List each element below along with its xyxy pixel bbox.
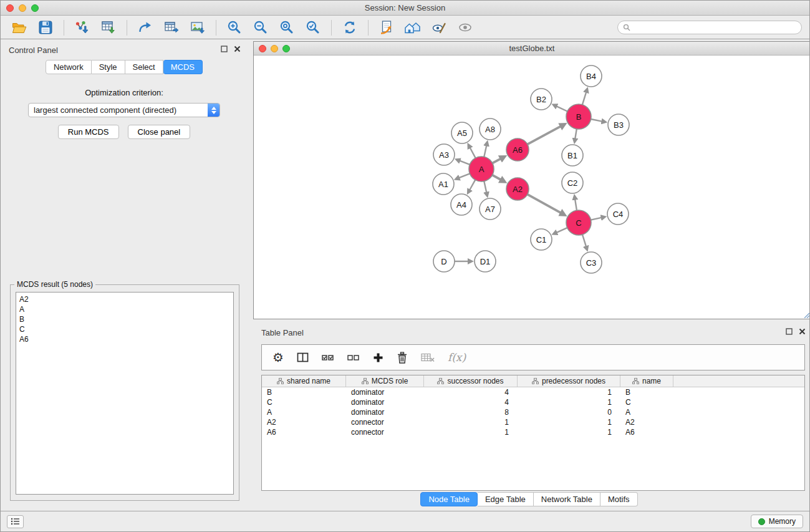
export-table-button[interactable] <box>160 18 183 37</box>
graph-edge-A-A8[interactable] <box>484 145 486 157</box>
column-header-shared-name[interactable]: shared name <box>262 375 346 387</box>
fullscreen-window-button[interactable] <box>31 4 39 12</box>
graph-node-C2[interactable] <box>562 172 583 193</box>
save-session-button[interactable] <box>34 18 57 37</box>
graph-node-A[interactable] <box>469 157 494 181</box>
graph-edge-C-C2[interactable] <box>575 200 577 211</box>
graph-node-C[interactable] <box>566 210 591 235</box>
graph-node-B3[interactable] <box>608 114 629 135</box>
minimize-window-button[interactable] <box>19 4 26 12</box>
table-row[interactable]: Cdominator41C <box>262 397 804 407</box>
home-views-button[interactable] <box>402 18 424 37</box>
search-input[interactable] <box>634 23 796 32</box>
graph-edge-A-A7[interactable] <box>484 181 486 193</box>
horizontal-splitter[interactable] <box>248 319 809 324</box>
show-all-columns-button[interactable] <box>322 348 334 367</box>
first-neighbors-button[interactable] <box>375 18 398 37</box>
apply-layout-button[interactable] <box>339 18 361 37</box>
graph-edge-C-C1[interactable] <box>557 228 567 233</box>
table-row[interactable]: A2connector11A2 <box>262 417 804 427</box>
graph-edge-B-B2[interactable] <box>557 106 567 111</box>
float-panel-icon[interactable] <box>786 328 793 335</box>
graph-edge-A-A4[interactable] <box>470 180 475 190</box>
create-column-button[interactable] <box>373 348 383 367</box>
tab-select[interactable]: Select <box>125 60 163 74</box>
table-row[interactable]: Adominator80A <box>262 407 804 417</box>
delete-column-button[interactable] <box>397 348 408 367</box>
graph-edge-C-C4[interactable] <box>591 218 602 220</box>
graph-edge-B-B4[interactable] <box>582 92 586 105</box>
tab-network[interactable]: Network <box>46 60 92 74</box>
export-network-button[interactable] <box>134 18 157 37</box>
mcds-result-item[interactable]: A2 <box>19 294 230 304</box>
graph-node-C1[interactable] <box>531 229 552 250</box>
show-hide-button[interactable] <box>454 18 476 37</box>
delete-table-button[interactable] <box>421 348 435 367</box>
graph-edge-C-C3[interactable] <box>582 235 586 246</box>
export-image-button[interactable] <box>186 18 209 37</box>
table-tab-network-table[interactable]: Network Table <box>534 492 600 506</box>
graph-edge-B-B1[interactable] <box>575 129 577 139</box>
network-maximize-button[interactable] <box>282 45 290 52</box>
task-history-button[interactable] <box>7 515 24 528</box>
graph-node-C3[interactable] <box>581 252 602 273</box>
hide-all-columns-button[interactable] <box>347 348 360 367</box>
close-panel-icon[interactable] <box>234 46 241 52</box>
table-row[interactable]: Bdominator41B <box>262 387 804 397</box>
graph-edge-A-A6[interactable] <box>493 159 501 163</box>
zoom-fit-button[interactable] <box>276 18 298 37</box>
column-header-successor-nodes[interactable]: successor nodes <box>424 375 518 387</box>
graph-node-A2[interactable] <box>506 178 529 200</box>
graph-edge-A6-B[interactable] <box>528 127 561 145</box>
table-tab-edge-table[interactable]: Edge Table <box>478 492 534 506</box>
criterion-dropdown[interactable]: largest connected component (directed) <box>28 103 220 117</box>
graph-edge-A-A2[interactable] <box>493 175 501 180</box>
graph-node-A5[interactable] <box>451 122 473 143</box>
close-panel-button[interactable]: Close panel <box>128 125 191 139</box>
mcds-result-item[interactable]: B <box>19 314 230 324</box>
network-close-button[interactable] <box>259 45 266 52</box>
tab-style[interactable]: Style <box>92 60 125 74</box>
table-tab-node-table[interactable]: Node Table <box>420 492 478 506</box>
graph-node-C4[interactable] <box>607 203 629 225</box>
graph-node-A8[interactable] <box>480 118 501 140</box>
close-panel-icon[interactable] <box>799 328 806 335</box>
import-table-button[interactable] <box>97 18 120 37</box>
zoom-selected-button[interactable] <box>302 18 324 37</box>
mcds-result-item[interactable]: A6 <box>19 334 230 344</box>
graph-node-A3[interactable] <box>433 144 455 165</box>
open-session-button[interactable] <box>8 18 31 37</box>
zoom-in-button[interactable] <box>223 18 246 37</box>
network-minimize-button[interactable] <box>271 45 278 52</box>
graph-edge-A-A1[interactable] <box>459 173 470 178</box>
close-window-button[interactable] <box>6 4 14 12</box>
graph-node-B2[interactable] <box>531 89 552 110</box>
mcds-result-list[interactable]: A2ABCA6 <box>16 292 234 495</box>
network-graph[interactable]: B4B2BB3A5A8A6B1A3AA1C2A2A4A7C4CC1C3DD1 <box>254 56 810 319</box>
network-window-titlebar[interactable]: testGlobe.txt <box>254 42 810 56</box>
zoom-out-button[interactable] <box>249 18 272 37</box>
graph-edge-A2-C[interactable] <box>528 195 561 213</box>
graph-node-A1[interactable] <box>433 173 454 195</box>
tab-mcds[interactable]: MCDS <box>163 60 203 74</box>
graph-node-B4[interactable] <box>581 65 602 87</box>
run-mcds-button[interactable]: Run MCDS <box>58 125 119 139</box>
table-row[interactable]: A6connector11A6 <box>262 427 804 437</box>
table-tab-motifs[interactable]: Motifs <box>600 492 638 506</box>
graph-node-A6[interactable] <box>506 138 529 161</box>
graph-edge-B-B3[interactable] <box>591 119 602 122</box>
column-header-name[interactable]: name <box>620 375 673 387</box>
graphics-details-button[interactable] <box>428 18 450 37</box>
graph-edge-A-A5[interactable] <box>470 148 476 158</box>
mcds-result-item[interactable]: A <box>19 304 230 314</box>
function-builder-button[interactable]: f(x) <box>448 348 466 367</box>
graph-node-D1[interactable] <box>475 251 496 272</box>
column-header-mcds-role[interactable]: MCDS role <box>346 375 424 387</box>
window-resize-handle[interactable] <box>803 312 809 318</box>
graph-node-D[interactable] <box>433 251 455 272</box>
network-canvas[interactable]: B4B2BB3A5A8A6B1A3AA1C2A2A4A7C4CC1C3DD1 <box>254 56 810 319</box>
graph-edge-A-A3[interactable] <box>460 161 470 165</box>
memory-button[interactable]: Memory <box>751 515 803 528</box>
graph-node-A7[interactable] <box>480 198 501 220</box>
select-columns-button[interactable] <box>297 348 309 367</box>
